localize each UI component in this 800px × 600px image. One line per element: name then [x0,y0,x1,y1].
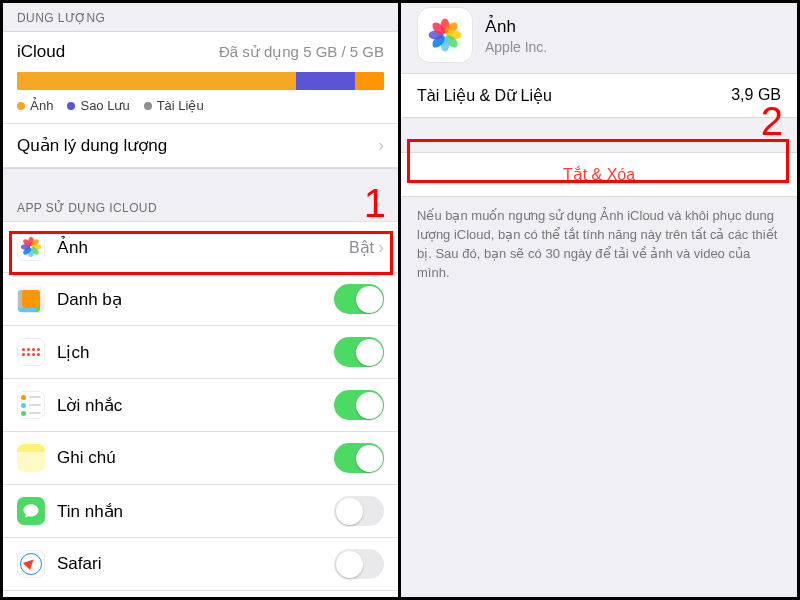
photos-storage-detail-screen: Ảnh Apple Inc. Tài Liệu & Dữ Liệu 3,9 GB… [401,3,797,597]
app-label: Safari [57,554,334,574]
photos-icon [417,7,473,63]
section-header-storage: DUNG LƯỢNG [3,3,398,31]
manage-storage-label: Quản lý dung lượng [17,135,378,156]
app-label: Ghi chú [57,448,334,468]
app-row-messages[interactable]: Tin nhắn [3,484,398,537]
icloud-storage-row[interactable]: iCloud Đã sử dụng 5 GB / 5 GB [3,32,398,66]
icloud-usage-text: Đã sử dụng 5 GB / 5 GB [219,43,384,61]
documents-data-label: Tài Liệu & Dữ Liệu [417,86,552,105]
legend-docs: Tài Liệu [144,98,204,113]
toggle-switch[interactable] [334,284,384,314]
settings-storage-screen: DUNG LƯỢNG iCloud Đã sử dụng 5 GB / 5 GB… [3,3,401,597]
safari-icon [17,550,45,578]
app-row-photos[interactable]: Ảnh Bật › [3,221,398,272]
dot-icon [67,102,75,110]
app-value: Bật [349,238,374,257]
app-label: Tin nhắn [57,501,334,522]
toggle-switch[interactable] [334,337,384,367]
manage-storage-row[interactable]: Quản lý dung lượng › [3,123,398,168]
icloud-label: iCloud [17,42,65,62]
section-header-apps: APP SỬ DỤNG ICLOUD [3,193,398,221]
annotation-step-1: 1 [364,181,386,226]
storage-block: iCloud Đã sử dụng 5 GB / 5 GB Ảnh Sao Lư… [3,31,398,169]
contacts-icon [17,285,45,313]
storage-legend: Ảnh Sao Lưu Tài Liệu [3,98,398,123]
toggle-switch[interactable] [334,443,384,473]
legend-backup: Sao Lưu [67,98,129,113]
toggle-switch[interactable] [334,549,384,579]
storage-bar [17,72,384,90]
documents-data-row[interactable]: Tài Liệu & Dữ Liệu 3,9 GB [401,73,797,118]
dot-icon [17,102,25,110]
app-vendor-label: Apple Inc. [485,39,547,55]
tutorial-frame: DUNG LƯỢNG iCloud Đã sử dụng 5 GB / 5 GB… [0,0,800,600]
app-row-contacts[interactable]: Danh bạ [3,272,398,325]
toggle-switch[interactable] [334,496,384,526]
notes-icon [17,444,45,472]
storage-bar-photos [17,72,296,90]
chevron-right-icon: › [378,237,384,258]
storage-bar-backup [296,72,355,90]
app-detail-header: Ảnh Apple Inc. [401,3,797,73]
toggle-switch[interactable] [334,390,384,420]
reminders-icon [17,391,45,419]
app-name-label: Ảnh [485,16,547,37]
chevron-right-icon: › [378,135,384,156]
calendar-icon [17,338,45,366]
apps-list: Ảnh Bật › Danh bạ Lịch [3,221,398,597]
photos-icon [17,233,45,261]
app-row-reminders[interactable]: Lời nhắc [3,378,398,431]
annotation-step-2: 2 [761,99,783,144]
dot-icon [144,102,152,110]
app-row-home[interactable]: Nhà [3,590,398,597]
app-row-notes[interactable]: Ghi chú [3,431,398,484]
app-label: Danh bạ [57,289,334,310]
app-titles: Ảnh Apple Inc. [485,16,547,55]
explain-text: Nếu bạn muốn ngưng sử dụng Ảnh iCloud và… [401,197,797,292]
action-label: Tắt & Xóa [563,166,635,183]
app-label: Lịch [57,342,334,363]
app-label: Lời nhắc [57,395,334,416]
storage-bar-docs [355,72,384,90]
app-row-calendar[interactable]: Lịch [3,325,398,378]
messages-icon [17,497,45,525]
app-label: Ảnh [57,237,349,258]
legend-photos: Ảnh [17,98,53,113]
disable-and-delete-button[interactable]: Tắt & Xóa [401,152,797,197]
app-row-safari[interactable]: Safari [3,537,398,590]
